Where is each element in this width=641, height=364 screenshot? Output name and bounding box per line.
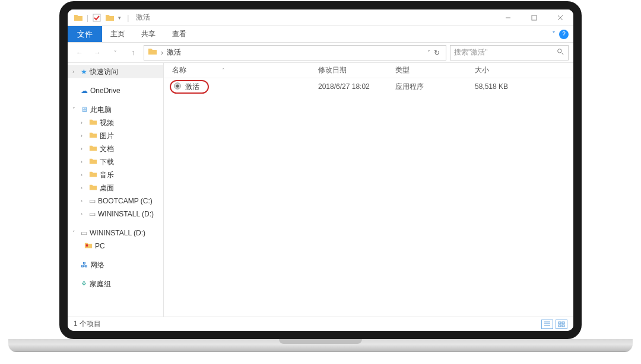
chevron-right-icon[interactable]: › [81,120,87,126]
navigation-sidebar: › ★ 快速访问 ☁ OneDrive ˅ 🖥 此电脑 › [68,63,164,317]
checkbox-icon[interactable] [92,13,101,23]
sidebar-drive-d2[interactable]: ˅ ▭ WININSTALL (D:) [68,226,163,240]
sidebar-downloads[interactable]: › 下载 [68,155,163,168]
chevron-down-icon[interactable]: ˅ [72,230,78,236]
title-bar: | ▾ | 激活 [68,9,573,26]
search-placeholder: 搜索"激活" [454,47,488,58]
svg-rect-1 [532,15,537,20]
search-icon[interactable] [557,48,564,58]
sidebar-item-label: 图片 [100,131,114,141]
chevron-right-icon[interactable]: › [161,49,163,57]
ribbon-expand-icon[interactable]: ˅ [552,30,556,39]
folder-icon [89,144,97,154]
folder-icon [84,241,93,251]
tab-share[interactable]: 共享 [133,26,164,42]
sort-indicator-icon[interactable]: ˄ [222,68,225,74]
file-row[interactable]: 激活 2018/6/27 18:02 应用程序 58,518 KB [164,78,573,95]
address-dropdown-icon[interactable]: ˅ [427,49,430,56]
up-button[interactable]: ↑ [126,46,140,60]
file-size: 58,518 KB [467,82,538,91]
chevron-right-icon[interactable]: › [81,159,87,165]
chevron-right-icon[interactable]: › [81,185,87,191]
qat-dropdown-icon[interactable]: ▾ [118,15,121,21]
view-icons-button[interactable] [556,320,567,329]
chevron-right-icon[interactable]: › [81,198,87,204]
sidebar-music[interactable]: › 音乐 [68,168,163,181]
chevron-right-icon[interactable]: › [81,172,87,178]
folder-icon [148,47,157,58]
svg-rect-6 [559,322,561,324]
refresh-button[interactable]: ↻ [434,49,440,57]
window-title: 激活 [136,12,150,23]
sidebar-homegroup[interactable]: ⚘ 家庭组 [68,277,163,290]
column-date[interactable]: 修改日期 [318,65,395,75]
chevron-right-icon[interactable]: › [81,133,87,139]
address-bar: ← → ˅ ↑ › 激活 ˅ ↻ 搜索"激活" [68,43,573,63]
sidebar-item-label: 网络 [90,260,104,270]
recent-dropdown[interactable]: ˅ [108,46,122,60]
application-icon [173,82,182,92]
chevron-down-icon[interactable]: ˅ [72,107,78,113]
chevron-right-icon[interactable]: › [81,211,87,217]
sidebar-drive-c[interactable]: › ▭ BOOTCAMP (C:) [68,194,163,207]
drive-icon: ▭ [81,229,87,237]
homegroup-icon: ⚘ [81,280,87,288]
sidebar-this-pc[interactable]: ˅ 🖥 此电脑 [68,103,163,116]
column-size[interactable]: 大小 [467,65,538,75]
sidebar-pictures[interactable]: › 图片 [68,129,163,142]
star-icon: ★ [81,68,87,76]
explorer-window: | ▾ | 激活 [68,9,573,331]
sidebar-desktop[interactable]: › 桌面 [68,181,163,194]
sidebar-pc-folder[interactable]: PC [68,240,163,253]
folder-icon [89,183,97,193]
svg-rect-3 [86,244,88,247]
folder-icon-small [105,13,115,23]
breadcrumb-folder[interactable]: 激活 [167,47,181,58]
ribbon-bar: 文件 主页 共享 查看 ˅ ? [68,26,573,43]
sidebar-item-label: 音乐 [100,170,114,180]
sidebar-documents[interactable]: › 文档 [68,142,163,155]
sidebar-network[interactable]: 🖧 网络 [68,258,163,272]
maximize-button[interactable] [521,9,547,26]
file-list-panel: 名称 ˄ 修改日期 类型 大小 激活 [164,63,573,317]
column-name[interactable]: 名称 [172,65,186,75]
sidebar-item-label: OneDrive [90,87,120,95]
sidebar-quick-access[interactable]: › ★ 快速访问 [68,65,163,78]
tab-home[interactable]: 主页 [102,26,133,42]
chevron-right-icon[interactable]: › [81,146,87,152]
column-type[interactable]: 类型 [395,65,467,75]
svg-point-5 [176,84,179,87]
sidebar-item-label: WININSTALL (D:) [98,210,154,218]
back-button[interactable]: ← [72,46,87,60]
sidebar-videos[interactable]: › 视频 [68,116,163,129]
close-button[interactable] [547,9,573,26]
svg-rect-7 [562,322,564,324]
sidebar-item-label: 此电脑 [90,105,112,115]
view-details-button[interactable] [541,320,553,329]
forward-button[interactable]: → [90,46,104,60]
sidebar-item-label: 下载 [100,157,114,167]
file-date: 2018/6/27 18:02 [318,82,395,91]
help-icon[interactable]: ? [559,30,569,39]
sidebar-item-label: WININSTALL (D:) [90,229,145,237]
file-name: 激活 [185,82,199,92]
tab-view[interactable]: 查看 [164,26,195,42]
folder-icon [74,13,83,23]
pc-icon: 🖥 [81,106,88,114]
sidebar-drive-d[interactable]: › ▭ WININSTALL (D:) [68,207,163,221]
minimize-button[interactable] [495,9,521,26]
breadcrumb[interactable]: › 激活 ˅ ↻ [144,45,446,60]
search-input[interactable]: 搜索"激活" [450,45,569,60]
sidebar-item-label: BOOTCAMP (C:) [98,197,153,205]
network-icon: 🖧 [81,261,88,269]
svg-rect-8 [559,325,561,327]
sidebar-onedrive[interactable]: ☁ OneDrive [68,84,163,97]
file-tab[interactable]: 文件 [68,26,102,42]
sidebar-item-label: 视频 [100,118,114,128]
svg-point-2 [558,49,562,53]
folder-icon [89,131,97,141]
chevron-right-icon[interactable]: › [72,69,78,75]
folder-icon [89,170,97,180]
drive-icon: ▭ [89,210,96,218]
sidebar-item-label: 文档 [100,144,114,154]
